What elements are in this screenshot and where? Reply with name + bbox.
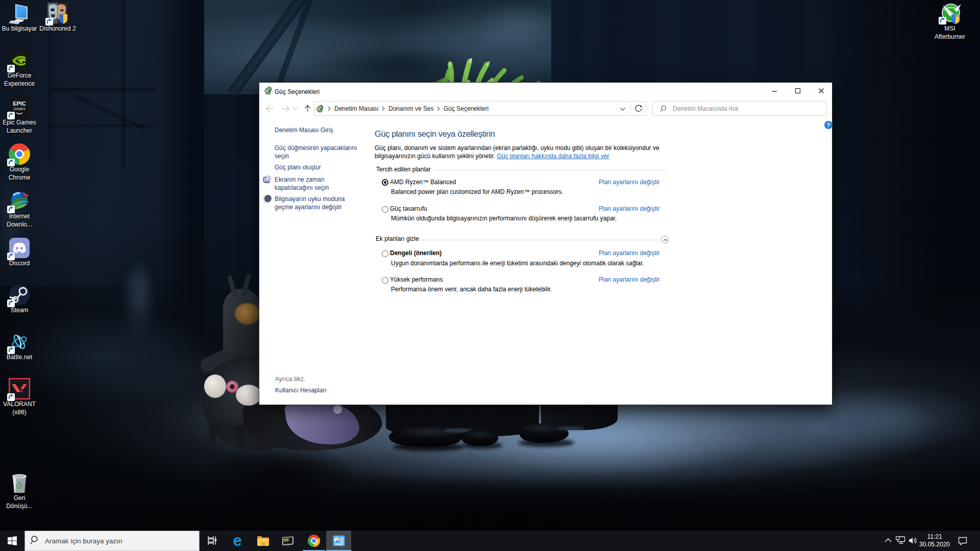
svg-text:EPIC: EPIC (13, 101, 26, 107)
svg-text:99: 99 (284, 537, 289, 543)
svg-text:GAMES: GAMES (13, 107, 26, 111)
